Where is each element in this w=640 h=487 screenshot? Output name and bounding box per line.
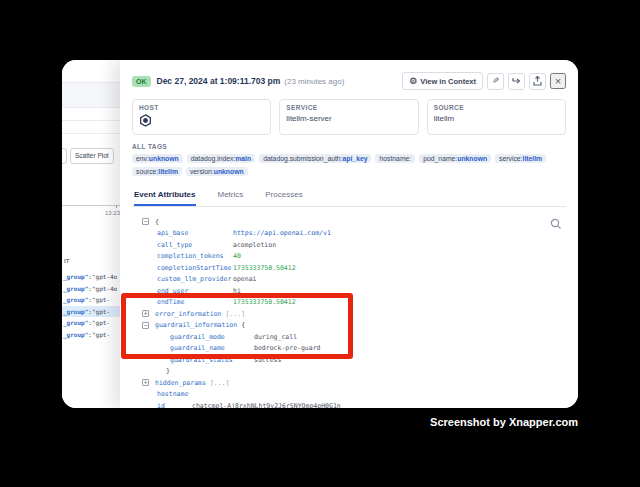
- attribute-key: endTime: [157, 298, 233, 306]
- axis-tick: [116, 205, 117, 208]
- tab-processes[interactable]: Processes: [265, 186, 302, 206]
- source-label: SOURCE: [434, 104, 559, 111]
- attribute-row[interactable]: }: [132, 366, 566, 378]
- related-logs-button[interactable]: [508, 73, 525, 90]
- attribute-key: custom_llm_provider: [157, 275, 233, 283]
- attribute-value: success: [254, 356, 281, 364]
- background-row[interactable]: _group":"gpt-: [62, 317, 120, 329]
- attribute-key: error_information: [155, 310, 222, 318]
- attribute-key: completionStartTime: [157, 264, 233, 272]
- attribute-value: {: [241, 321, 245, 329]
- background-header-band: [62, 82, 120, 108]
- service-value: litellm-server: [286, 114, 411, 123]
- attribute-row[interactable]: call_typeacompletion: [132, 239, 566, 251]
- event-attributes-tree: −{api_basehttps://api.openai.com/v1call_…: [132, 216, 566, 408]
- attribute-key: id: [157, 402, 192, 408]
- close-icon: ×: [555, 75, 561, 87]
- search-icon[interactable]: [550, 218, 562, 230]
- attribute-value: https://api.openai.com/v1: [233, 229, 331, 237]
- attribute-value: 1735333750.50412: [233, 298, 296, 306]
- service-label: SERVICE: [286, 104, 411, 111]
- attribute-key: guardrail_information: [155, 321, 237, 329]
- tag-pill[interactable]: datadog.submission_auth:api_key: [259, 154, 371, 163]
- export-icon: [533, 76, 542, 86]
- attribute-row[interactable]: guardrail_modeduring_call: [132, 331, 566, 343]
- background-row[interactable]: _group":"gpt-: [62, 329, 120, 341]
- source-value: litellm: [434, 114, 559, 123]
- attribute-value: 1735333750.50412: [233, 264, 296, 272]
- attribute-row[interactable]: guardrail_namebedrock-pre-guard: [132, 343, 566, 355]
- column-header: IT: [64, 258, 69, 264]
- attribute-row[interactable]: +error_information[...]: [132, 308, 566, 320]
- button-fragment[interactable]: [62, 148, 67, 164]
- info-boxes: HOST SERVICE litellm-server SOURCE litel…: [132, 99, 566, 135]
- tab-metrics[interactable]: Metrics: [218, 186, 244, 206]
- attribute-row[interactable]: guardrail_statussuccess: [132, 354, 566, 366]
- attribute-value: during_call: [254, 333, 297, 341]
- attribute-key: end_user: [157, 287, 233, 295]
- attribute-value: hi: [233, 287, 241, 295]
- attribute-key: guardrail_status: [170, 356, 254, 364]
- view-in-context-label: View in Context: [420, 77, 476, 86]
- app-window: Scatter Plot 13:23 IT _group":"gpt-4o_gr…: [62, 60, 578, 408]
- tag-pill[interactable]: datadog.index:main: [187, 154, 255, 163]
- attribute-key: api_base: [157, 229, 233, 237]
- attribute-row[interactable]: idchatcmpl-Aj8rxhNLht9v2J6rSNYOmp4pH0G1n: [132, 400, 566, 408]
- attribute-row[interactable]: api_basehttps://api.openai.com/v1: [132, 228, 566, 240]
- edit-button[interactable]: ✎: [487, 73, 504, 90]
- attribute-row[interactable]: completionStartTime1735333750.50412: [132, 262, 566, 274]
- attribute-row[interactable]: custom_llm_provideropenai: [132, 274, 566, 286]
- host-box[interactable]: HOST: [132, 99, 271, 135]
- attribute-row[interactable]: completion_tokens40: [132, 251, 566, 263]
- background-row[interactable]: _group":"gpt-: [62, 306, 120, 318]
- pencil-icon: ✎: [492, 77, 500, 86]
- watermark-text: Screenshot by Xnapper.com: [430, 416, 578, 428]
- tag-pill[interactable]: source:litellm: [132, 167, 182, 176]
- service-box[interactable]: SERVICE litellm-server: [279, 99, 418, 135]
- tag-pill[interactable]: service:litellm: [495, 154, 546, 163]
- collapse-icon[interactable]: −: [142, 218, 149, 225]
- export-button[interactable]: [529, 73, 546, 90]
- event-timestamp: Dec 27, 2024 at 1:09:11.703 pm: [157, 76, 281, 86]
- attribute-value: bedrock-pre-guard: [254, 344, 321, 352]
- tab-bar: Event Attributes Metrics Processes: [132, 186, 566, 207]
- attribute-row[interactable]: −guardrail_information{: [132, 320, 566, 332]
- attribute-row[interactable]: endTime1735333750.50412: [132, 297, 566, 309]
- view-in-context-button[interactable]: ⚙ View in Context: [402, 72, 483, 90]
- background-page: Scatter Plot 13:23 IT _group":"gpt-4o_gr…: [62, 60, 120, 408]
- source-box[interactable]: SOURCE litellm: [427, 99, 566, 135]
- header-actions: ⚙ View in Context ✎: [402, 72, 566, 90]
- tab-event-attributes[interactable]: Event Attributes: [134, 186, 196, 206]
- background-row[interactable]: _group":"gpt-4o: [62, 283, 120, 295]
- attribute-key: completion_tokens: [157, 252, 233, 260]
- chart-axis: [62, 205, 120, 206]
- attribute-row[interactable]: hostname: [132, 389, 566, 401]
- tag-pill[interactable]: version:unknown: [186, 167, 248, 176]
- all-tags-label: ALL TAGS: [132, 143, 566, 150]
- expand-icon[interactable]: +: [142, 310, 149, 317]
- attribute-value: [...]: [226, 310, 246, 318]
- tag-pill[interactable]: pod_name:unknown: [419, 154, 491, 163]
- attribute-value: openai: [233, 275, 256, 283]
- panel-header: OK Dec 27, 2024 at 1:09:11.703 pm (23 mi…: [132, 72, 566, 90]
- attribute-key: guardrail_name: [170, 344, 254, 352]
- gear-icon: ⚙: [409, 77, 417, 86]
- attribute-key: hostname: [157, 390, 192, 398]
- attribute-row[interactable]: −{: [132, 216, 566, 228]
- attribute-value: {: [155, 218, 159, 226]
- tag-pill[interactable]: env:unknown: [132, 154, 183, 163]
- close-button[interactable]: ×: [550, 73, 566, 89]
- host-hexagon-icon: [139, 114, 264, 129]
- branch-arrow-icon: [512, 77, 521, 86]
- expand-icon[interactable]: +: [142, 379, 149, 386]
- status-badge: OK: [132, 76, 151, 87]
- attribute-row[interactable]: end_userhi: [132, 285, 566, 297]
- attribute-row[interactable]: +hidden_params[...]: [132, 377, 566, 389]
- background-row[interactable]: _group":"gpt-: [62, 294, 120, 306]
- attribute-key: guardrail_mode: [170, 333, 254, 341]
- attribute-key: hidden_params: [155, 379, 206, 387]
- collapse-icon[interactable]: −: [142, 322, 149, 329]
- scatter-plot-button[interactable]: Scatter Plot: [70, 148, 114, 164]
- background-row[interactable]: _group":"gpt-4o: [62, 271, 120, 283]
- tag-pill[interactable]: hostname:: [375, 154, 415, 163]
